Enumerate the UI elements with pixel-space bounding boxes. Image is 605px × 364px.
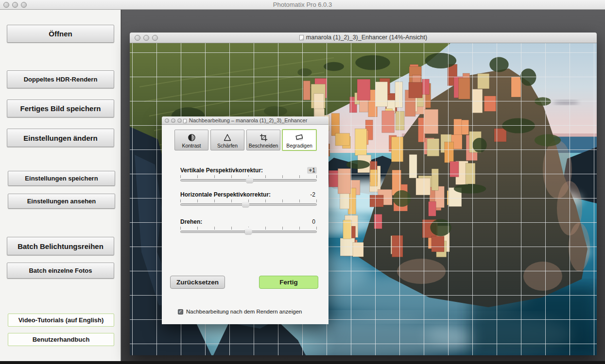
double-hdr-render-button[interactable]: Doppeltes HDR-Rendern [7, 70, 114, 88]
rotate-value[interactable]: 0 [311, 218, 317, 225]
user-manual-button[interactable]: Benutzerhandbuch [8, 333, 114, 346]
batch-bracketed-button[interactable]: Batch Belichtungsreihen [7, 237, 114, 255]
document-icon [183, 119, 187, 123]
checkbox-label: Nachbearbeitung nach dem Rendern anzeige… [186, 309, 302, 314]
crop-icon [259, 132, 268, 143]
tab-schaerfen[interactable]: Schärfen [210, 130, 244, 150]
desktop-edge [0, 361, 605, 364]
horizontal-perspective-value[interactable]: -2 [309, 191, 317, 198]
zoom-window-icon[interactable] [177, 118, 182, 123]
save-settings-button[interactable]: Einstellungen speichern [8, 171, 115, 186]
save-final-image-button[interactable]: Fertiges Bild speichern [7, 99, 114, 117]
dialog-titlebar[interactable]: Nachbearbeitung – manarola (1)_2)_3)_Enh… [162, 116, 328, 125]
video-tutorials-button[interactable]: Video-Tutorials (auf English) [8, 314, 114, 327]
dialog-title: Nachbearbeitung – manarola (1)_2)_3)_Enh… [183, 117, 327, 123]
horizontal-perspective-row: Horizontale Perspektivkorrektur: -2 [180, 191, 317, 198]
sidebar: Öffnen Doppeltes HDR-Rendern Fertiges Bi… [0, 10, 121, 361]
tool-tabs: Kontrast Schärfen Beschneiden Begradigen [174, 130, 316, 150]
tab-begradigen[interactable]: Begradigen [282, 129, 317, 151]
image-window-title: manarola (1)_2)_3)_Enhancer (14%-Ansicht… [130, 34, 597, 41]
tab-beschneiden[interactable]: Beschneiden [246, 130, 280, 150]
app-title: Photomatix Pro 6.0.3 [0, 1, 605, 8]
rotate-slider[interactable] [180, 227, 317, 235]
sharpen-icon [223, 132, 232, 143]
tab-kontrast[interactable]: Kontrast [174, 130, 208, 150]
image-window-titlebar[interactable]: manarola (1)_2)_3)_Enhancer (14%-Ansicht… [130, 33, 597, 43]
straighten-icon [294, 132, 304, 143]
slider-ticks [180, 199, 317, 202]
app-titlebar[interactable]: Photomatix Pro 6.0.3 [0, 0, 605, 10]
minimize-icon[interactable] [171, 118, 175, 123]
open-button[interactable]: Öffnen [7, 25, 114, 43]
photomatix-app: Photomatix Pro 6.0.3 Öffnen Doppeltes HD… [0, 0, 605, 364]
show-after-render-option[interactable]: Nachbearbeitung nach dem Rendern anzeige… [178, 309, 302, 314]
vertical-perspective-row: Vertikale Perspektivkorrektur: +1 [180, 166, 317, 174]
document-icon [299, 35, 304, 40]
vertical-perspective-value[interactable]: +1 [307, 167, 317, 174]
batch-single-button[interactable]: Batch einzelne Fotos [7, 263, 114, 279]
vertical-perspective-slider[interactable] [180, 175, 317, 183]
checkbox[interactable] [178, 309, 183, 314]
reset-button[interactable]: Zurücksetzen [170, 276, 225, 289]
post-processing-dialog: Nachbearbeitung – manarola (1)_2)_3)_Enh… [162, 116, 328, 324]
contrast-icon [188, 132, 196, 143]
horizontal-perspective-slider[interactable] [180, 199, 317, 208]
close-icon[interactable] [165, 118, 169, 123]
change-settings-button[interactable]: Einstellungen ändern [7, 129, 114, 147]
done-button[interactable]: Fertig [259, 276, 318, 289]
view-settings-button[interactable]: Einstellungen ansehen [8, 194, 115, 209]
rotate-row: Drehen: 0 [180, 218, 317, 225]
